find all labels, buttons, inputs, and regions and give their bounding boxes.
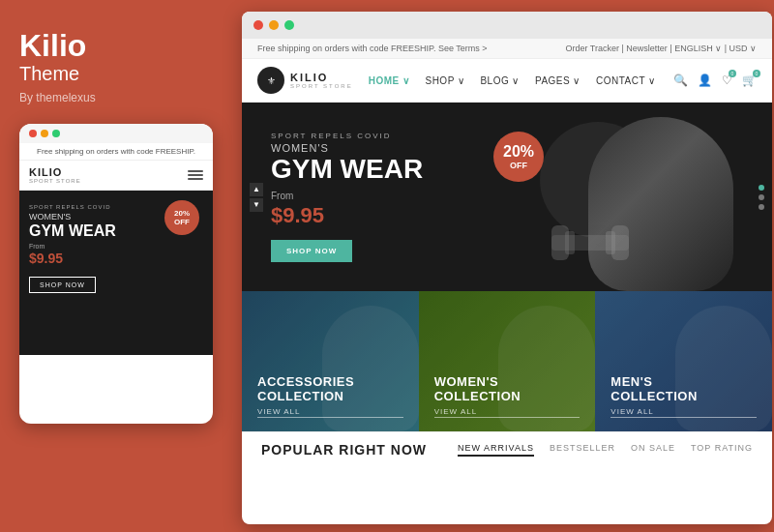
brand-name: Kilio xyxy=(19,29,218,63)
mobile-dot-yellow xyxy=(41,130,48,137)
cart-icon[interactable]: 🛒0 xyxy=(742,74,757,87)
collection-title-men: MEN'SCOLLECTION xyxy=(610,375,757,403)
notice-text-right: Order Tracker | Newsletter | ENGLISH ∨ |… xyxy=(565,44,757,53)
logo-icon: ⚜ xyxy=(257,67,284,94)
mobile-shop-button[interactable]: SHOP NOW xyxy=(29,277,96,293)
mobile-hero: 20% OFF SPORT REPELS COVID WOMEN'S GYM W… xyxy=(19,191,213,355)
mobile-notice: Free shipping on orders with code FREESH… xyxy=(19,143,213,161)
site-logo: ⚜ KILIO SPORT STORE xyxy=(257,67,353,94)
collection-title-accessories: ACCESSORIESCOLLECTION xyxy=(257,375,403,403)
collection-accessories: ACCESSORIESCOLLECTION VIEW ALL xyxy=(242,291,419,431)
hero-dot-1[interactable] xyxy=(759,185,764,191)
nav-item-home[interactable]: HOME ∨ xyxy=(369,75,410,86)
mobile-discount-badge: 20% OFF xyxy=(164,200,199,235)
chrome-dot-green xyxy=(284,20,294,30)
mobile-from-label: From xyxy=(29,243,203,250)
wishlist-icon[interactable]: ♡0 xyxy=(722,74,732,87)
collection-overlay-women: WOMEN'SCOLLECTION VIEW ALL xyxy=(419,291,596,431)
collection-link-women[interactable]: VIEW ALL xyxy=(434,407,580,418)
wishlist-badge: 0 xyxy=(729,70,736,77)
cart-badge: 0 xyxy=(753,70,760,77)
nav-item-blog[interactable]: BLOG ∨ xyxy=(480,75,520,86)
user-icon[interactable]: 👤 xyxy=(698,74,712,87)
collection-overlay-accessories: ACCESSORIESCOLLECTION VIEW ALL xyxy=(242,291,419,431)
browser-chrome xyxy=(242,12,772,39)
svg-rect-4 xyxy=(606,231,615,254)
collection-overlay-men: MEN'SCOLLECTION VIEW ALL xyxy=(595,291,772,431)
mobile-price: $9.95 xyxy=(29,251,203,266)
nav-icons: 🔍 👤 ♡0 🛒0 xyxy=(673,74,757,87)
collections-section: ACCESSORIESCOLLECTION VIEW ALL WOMEN'SCO… xyxy=(242,291,772,431)
popular-title: POPULAR RIGHT NOW xyxy=(261,442,427,458)
hero-prev[interactable]: ▲ xyxy=(250,183,263,196)
nav-item-pages[interactable]: PAGES ∨ xyxy=(535,75,580,86)
tab-on-sale[interactable]: ON SALE xyxy=(631,443,675,457)
tab-new-arrivals[interactable]: NEW ARRIVALS xyxy=(458,443,534,457)
notice-text-left: Free shipping on orders with code FREESH… xyxy=(257,44,488,53)
dumbbell-icon xyxy=(551,214,629,272)
left-panel: Kilio Theme By themelexus Free shipping … xyxy=(0,0,237,532)
mobile-mockup: Free shipping on orders with code FREESH… xyxy=(19,124,213,424)
hero-nav-dots xyxy=(759,185,764,210)
tab-bestseller[interactable]: BESTSELLER xyxy=(550,443,615,457)
mobile-dot-green xyxy=(52,130,60,137)
collection-women: WOMEN'SCOLLECTION VIEW ALL xyxy=(419,291,596,431)
hero-discount-badge: 20% OFF xyxy=(493,132,544,182)
author-label: By themelexus xyxy=(19,91,218,104)
site-notice-bar: Free shipping on orders with code FREESH… xyxy=(242,39,772,59)
hero-subtitle: WOMEN'S xyxy=(271,142,423,154)
collection-title-women: WOMEN'SCOLLECTION xyxy=(434,375,580,403)
collection-link-men[interactable]: VIEW ALL xyxy=(610,407,757,418)
hamburger-icon[interactable] xyxy=(188,170,203,180)
hero-title: GYM WEAR xyxy=(271,156,423,183)
theme-label: Theme xyxy=(19,63,218,85)
mobile-top-bar xyxy=(19,124,213,143)
hero-shop-button[interactable]: SHOP NOW xyxy=(271,240,352,262)
site-navigation: ⚜ KILIO SPORT STORE HOME ∨ SHOP ∨ BLOG ∨… xyxy=(242,59,772,103)
nav-items: HOME ∨ SHOP ∨ BLOG ∨ PAGES ∨ CONTACT ∨ xyxy=(369,75,673,86)
browser-mockup: Free shipping on orders with code FREESH… xyxy=(242,12,772,524)
hero-price: $9.95 xyxy=(271,203,423,228)
collection-men: MEN'SCOLLECTION VIEW ALL xyxy=(595,291,772,431)
mobile-logo: KILIO SPORT STORE xyxy=(29,166,81,184)
logo-text: KILIO SPORT STORE xyxy=(290,72,353,89)
hero-section: ▲ ▼ SPORT REPELS COVID WOMEN'S GYM WEAR … xyxy=(242,103,772,291)
mobile-nav: KILIO SPORT STORE xyxy=(19,161,213,191)
hero-dot-3[interactable] xyxy=(759,204,764,210)
nav-item-shop[interactable]: SHOP ∨ xyxy=(425,75,464,86)
hero-from-label: From xyxy=(271,191,423,201)
svg-rect-3 xyxy=(565,231,575,254)
hero-next[interactable]: ▼ xyxy=(250,198,263,212)
chrome-dot-red xyxy=(253,20,263,30)
product-tabs: NEW ARRIVALS BESTSELLER ON SALE TOP RATI… xyxy=(458,443,753,457)
mobile-dot-red xyxy=(29,130,37,137)
bottom-bar: POPULAR RIGHT NOW NEW ARRIVALS BESTSELLE… xyxy=(242,431,772,467)
hero-dot-2[interactable] xyxy=(759,194,764,200)
hero-sport-label: SPORT REPELS COVID xyxy=(271,132,423,140)
hero-arrows: ▲ ▼ xyxy=(250,183,263,212)
hero-content: SPORT REPELS COVID WOMEN'S GYM WEAR From… xyxy=(271,132,423,262)
search-icon[interactable]: 🔍 xyxy=(673,74,688,87)
tab-top-rating[interactable]: TOP RATING xyxy=(691,443,753,457)
chrome-dot-yellow xyxy=(269,20,279,30)
nav-item-contact[interactable]: CONTACT ∨ xyxy=(596,75,656,86)
collection-link-accessories[interactable]: VIEW ALL xyxy=(257,407,403,418)
